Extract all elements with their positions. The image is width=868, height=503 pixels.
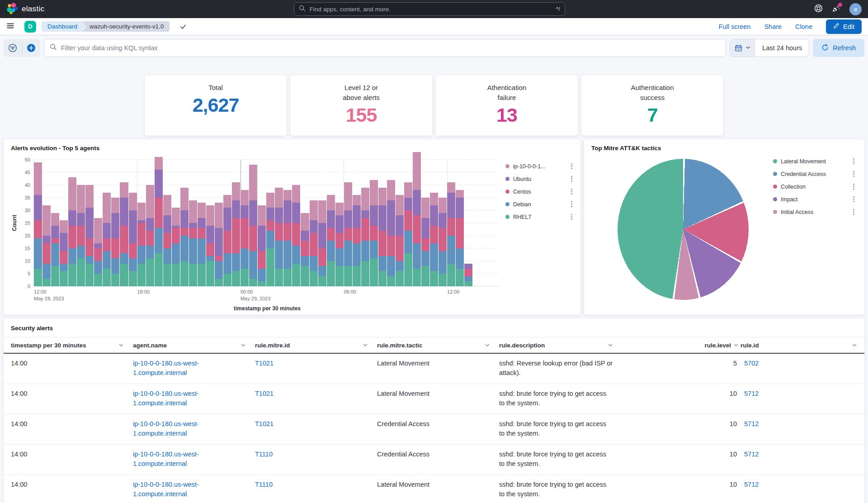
legend-item[interactable]: RHEL7 [505,213,573,221]
stacked-bar[interactable] [51,213,59,286]
cell-agent-name[interactable]: ip-10-0-0-180.us-west-1.compute.internal [133,359,255,378]
column-header-rule-mitre-id[interactable]: rule.mitre.id [255,342,377,349]
avatar[interactable]: e [849,3,862,15]
cell-rule-id[interactable]: 5712 [741,480,857,489]
global-search[interactable]: ^/ [294,2,565,16]
cell-rule-id[interactable]: 5712 [741,389,857,399]
stacked-bar[interactable] [249,165,257,286]
stacked-bar[interactable] [77,185,85,286]
more-options-icon[interactable] [852,195,855,203]
stacked-bar[interactable] [464,264,472,286]
cell-rule-id[interactable]: 5712 [741,419,857,429]
cell-agent-name[interactable]: ip-10-0-0-180.us-west-1.compute.internal [133,480,255,499]
stacked-bar[interactable] [430,193,438,286]
stacked-bar[interactable] [172,208,180,286]
stacked-bar[interactable] [275,188,283,286]
column-header-rule-id[interactable]: rule.id [741,342,857,349]
stacked-bar[interactable] [301,213,309,286]
stacked-bar[interactable] [439,198,447,286]
legend-item[interactable]: Impact [773,195,855,203]
legend-item[interactable]: Collection [773,183,855,190]
pie-chart[interactable] [618,159,749,300]
more-options-icon[interactable] [852,157,855,165]
legend-item[interactable]: Credential Access [773,170,855,178]
column-header-timestamp-per-30-minutes[interactable]: timestamp per 30 minutes [11,342,133,349]
stacked-bar[interactable] [266,193,274,286]
stacked-bar[interactable] [404,182,412,286]
stacked-bar[interactable] [137,203,146,286]
stacked-bar[interactable] [94,218,102,286]
stacked-bar[interactable] [283,190,292,286]
full-screen-button[interactable]: Full screen [718,23,750,30]
global-search-input[interactable] [310,6,552,13]
more-options-icon[interactable] [852,183,855,190]
column-header-rule-description[interactable]: rule.description [499,342,622,349]
stacked-bar[interactable] [241,190,249,286]
stacked-bar[interactable] [370,180,378,286]
stacked-bar[interactable] [34,162,42,286]
stacked-bar[interactable] [223,195,231,286]
cell-agent-name[interactable]: ip-10-0-0-180.us-west-1.compute.internal [133,389,255,408]
cell-mitre-id[interactable]: T1021 [255,389,377,399]
stacked-bar[interactable] [60,220,68,286]
stacked-bar[interactable] [318,200,326,286]
more-options-icon[interactable] [570,162,573,170]
more-options-icon[interactable] [570,188,573,195]
legend-item[interactable]: Centos [505,188,573,195]
time-range-label[interactable]: Last 24 hours [755,44,809,52]
stacked-bar[interactable] [344,182,352,286]
cell-mitre-id[interactable]: T1110 [255,480,377,489]
refresh-button[interactable]: Refresh [813,39,864,57]
add-filter-icon[interactable] [22,39,40,57]
stacked-bar[interactable] [353,195,361,286]
stacked-bar[interactable] [111,198,119,286]
stacked-bar[interactable] [413,152,421,286]
legend-item[interactable]: Ubuntu [505,175,573,183]
stacked-bar[interactable] [292,185,300,286]
more-options-icon[interactable] [852,208,855,216]
stacked-bar[interactable] [146,185,154,286]
stacked-bar[interactable] [396,195,404,286]
stacked-bar[interactable] [232,182,240,286]
legend-item[interactable]: Debian [505,200,573,208]
stacked-bar[interactable] [327,195,335,286]
cell-mitre-id[interactable]: T1021 [255,419,377,429]
stacked-bar[interactable] [421,198,429,286]
column-header-rule-mitre-tactic[interactable]: rule.mitre.tactic [377,342,499,349]
column-header-agent-name[interactable]: agent.name [133,342,255,349]
stacked-bar[interactable] [155,157,163,286]
menu-icon[interactable] [6,22,14,32]
sort-chevron-icon[interactable] [852,342,857,348]
more-options-icon[interactable] [570,213,573,221]
filter-icon[interactable] [4,39,22,57]
stacked-bar[interactable] [198,203,206,286]
check-icon[interactable] [179,23,187,30]
cell-rule-id[interactable]: 5702 [741,359,857,368]
stacked-bar[interactable] [189,200,197,286]
more-options-icon[interactable] [570,175,573,183]
sort-chevron-icon[interactable] [363,342,368,348]
sort-chevron-icon[interactable] [733,342,739,348]
stacked-bar[interactable] [456,190,464,286]
stacked-bar[interactable] [387,180,395,286]
elastic-brand[interactable]: elastic [6,2,44,16]
stacked-bar[interactable] [42,205,51,286]
share-button[interactable]: Share [764,23,782,30]
stacked-bar[interactable] [447,182,455,286]
stacked-bar[interactable] [129,193,137,286]
sort-chevron-icon[interactable] [608,342,613,348]
cell-rule-id[interactable]: 5712 [741,450,857,459]
news-icon[interactable] [832,4,840,14]
stacked-bar[interactable] [68,177,76,286]
cell-mitre-id[interactable]: T1021 [255,359,377,368]
legend-item[interactable]: ip-10-0-0-1... [505,162,573,170]
stacked-bar[interactable] [163,195,171,286]
stacked-bar[interactable] [180,188,189,286]
cell-agent-name[interactable]: ip-10-0-0-180.us-west-1.compute.internal [133,419,255,438]
stacked-bar[interactable] [310,200,318,286]
stacked-bar[interactable] [120,182,128,286]
legend-item[interactable]: Lateral Movement [773,157,855,165]
stacked-bar[interactable] [258,205,266,286]
stacked-bar[interactable] [103,193,111,286]
sort-chevron-icon[interactable] [118,342,124,348]
